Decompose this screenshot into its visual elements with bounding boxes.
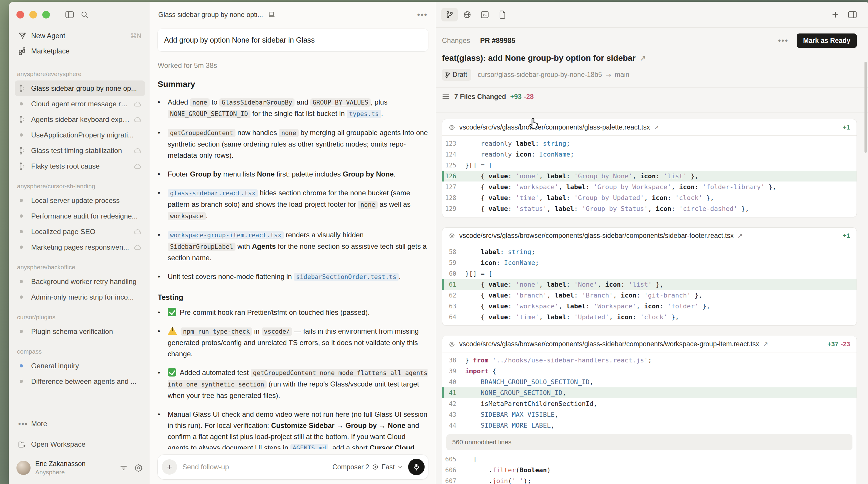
sidebar-agent-item[interactable]: Cloud agent error message re... bbox=[15, 96, 145, 112]
sidebar-agent-item[interactable]: Glass test timing stabilization bbox=[15, 143, 145, 158]
cloud-icon bbox=[134, 117, 142, 122]
sidebar-agent-item[interactable]: Localized page SEO bbox=[15, 224, 145, 239]
sidebar-group-label: anysphere/backoffice bbox=[17, 264, 143, 271]
app-window: New Agent ⌘N Marketplace anysphere/every… bbox=[9, 2, 868, 484]
user-prompt: Add group by option None for sidebar in … bbox=[158, 29, 428, 51]
inline-code: none bbox=[279, 129, 299, 137]
mark-as-ready-button[interactable]: Mark as Ready bbox=[797, 33, 857, 48]
file-icon[interactable] bbox=[494, 8, 510, 22]
file-header[interactable]: vscode/src/vs/glass/browser/components/g… bbox=[442, 336, 857, 353]
new-agent-button[interactable]: New Agent ⌘N bbox=[15, 28, 145, 43]
line-number: 38 bbox=[442, 357, 465, 364]
search-icon[interactable] bbox=[81, 10, 89, 19]
agent-title: General inquiry bbox=[31, 362, 142, 370]
inline-code: none bbox=[190, 98, 210, 107]
sidebar-agent-item[interactable]: Flaky tests root cause bbox=[15, 158, 145, 174]
marketplace-button[interactable]: Marketplace bbox=[15, 43, 145, 59]
bullet-marker: • bbox=[158, 367, 168, 401]
sidebar-agent-item[interactable]: Background worker retry handling bbox=[15, 274, 145, 289]
agent-status-dot bbox=[20, 280, 23, 283]
voice-input-button[interactable] bbox=[408, 459, 425, 475]
open-file-external-icon[interactable]: ↗ bbox=[737, 232, 742, 239]
thread-menu-button[interactable]: ••• bbox=[417, 10, 428, 20]
model-name: Composer 2 bbox=[332, 463, 369, 471]
close-window-button[interactable] bbox=[17, 11, 24, 19]
minimize-window-button[interactable] bbox=[29, 11, 37, 19]
sidebar-agent-item[interactable]: UseApplicationProperty migrati... bbox=[15, 127, 145, 143]
open-workspace-button[interactable]: Open Workspace bbox=[15, 436, 145, 452]
attach-plus-button[interactable]: + bbox=[162, 459, 177, 475]
diff-line: 38 } from '../hooks/use-sidebar-handlers… bbox=[442, 355, 857, 366]
pr-title: feat(glass): add None group-by option fo… bbox=[442, 54, 636, 63]
file-reference-chip[interactable]: sidebarSectionOrder.test.ts bbox=[294, 273, 399, 281]
more-button[interactable]: ••• More bbox=[15, 417, 145, 431]
unmodified-lines-bar[interactable]: 560 unmodified lines bbox=[446, 434, 852, 450]
open-workspace-label: Open Workspace bbox=[31, 440, 86, 449]
file-reference-chip[interactable]: workspace-group-item.react.tsx bbox=[168, 231, 284, 239]
file-reference-chip[interactable]: glass-sidebar.react.tsx bbox=[168, 189, 258, 198]
dot-icon bbox=[18, 199, 31, 202]
diff-line: 606 .filter(Boolean) bbox=[442, 464, 857, 476]
sidebar-agent-item[interactable]: General inquiry bbox=[15, 358, 145, 373]
folder-open-icon bbox=[18, 441, 31, 448]
agent-status-dot bbox=[20, 199, 23, 202]
filter-icon[interactable] bbox=[120, 464, 127, 472]
open-file-external-icon[interactable]: ↗ bbox=[763, 340, 768, 348]
git-branch-tab-icon[interactable] bbox=[441, 8, 458, 22]
pr-deletions: -28 bbox=[524, 93, 533, 101]
bullet-marker: • bbox=[158, 307, 168, 318]
diff-line: 125 }[] = [ bbox=[442, 160, 857, 171]
file-header[interactable]: vscode/src/vs/glass/browser/components/g… bbox=[442, 119, 857, 136]
diff-line: 126 { value: 'none', label: 'Group by No… bbox=[442, 171, 857, 181]
bullet-item: • Footer Group by menu lists None first;… bbox=[158, 169, 428, 180]
sidebar-group-label: compass bbox=[17, 348, 143, 355]
toggle-sidebar-icon[interactable] bbox=[65, 11, 74, 19]
diff-line: 61 { value: 'none', label: 'None', icon:… bbox=[442, 279, 857, 290]
file-header[interactable]: vscode/src/vs/glass/browser/components/g… bbox=[442, 228, 857, 244]
sidebar-agent-item[interactable]: Marketing pages responsiven... bbox=[15, 239, 145, 255]
sidebar-agent-item[interactable]: Agents sidebar keyboard expe... bbox=[15, 112, 145, 127]
tab-changes[interactable]: Changes bbox=[442, 36, 470, 44]
scrollbar-thumb[interactable] bbox=[865, 62, 867, 153]
file-path: vscode/src/vs/glass/browser/components/g… bbox=[459, 340, 759, 348]
new-tab-plus-icon[interactable] bbox=[832, 11, 839, 19]
bullet-marker: • bbox=[158, 230, 168, 264]
terminal-icon[interactable] bbox=[476, 8, 493, 22]
sidebar-agent-item[interactable]: Local server update process bbox=[15, 193, 145, 208]
file-reference-chip[interactable]: AGENTS.md bbox=[290, 444, 329, 449]
dot-icon bbox=[18, 296, 31, 299]
agent-title: Cloud agent error message re... bbox=[31, 100, 130, 108]
settings-gear-icon[interactable] bbox=[134, 464, 143, 472]
file-additions: +37 bbox=[828, 340, 838, 348]
agent-title: Glass sidebar group by none op... bbox=[31, 84, 142, 92]
line-number: 129 bbox=[442, 205, 465, 212]
followup-input[interactable]: Send follow-up bbox=[182, 463, 332, 471]
zoom-window-button[interactable] bbox=[42, 11, 50, 19]
model-selector[interactable]: Composer 2 Fast bbox=[332, 463, 403, 471]
sidebar-agent-item[interactable]: Plugin schema verification bbox=[15, 324, 145, 339]
open-file-external-icon[interactable]: ↗ bbox=[653, 124, 659, 131]
dot-icon bbox=[18, 102, 31, 105]
external-link-icon[interactable]: ↗ bbox=[640, 54, 646, 63]
globe-icon[interactable] bbox=[459, 8, 475, 22]
pr-menu-button[interactable]: ••• bbox=[778, 36, 788, 45]
cloud-icon bbox=[134, 101, 142, 107]
sidebar-agent-item[interactable]: Glass sidebar group by none op... bbox=[15, 81, 145, 96]
files-changed-row[interactable]: 7 Files Changed +93 -28 bbox=[442, 88, 857, 106]
inline-code: NONE_GROUP_SECTION_ID bbox=[168, 110, 250, 118]
tab-pr[interactable]: PR #89985 bbox=[480, 36, 515, 44]
composer[interactable]: + Send follow-up Composer 2 Fast bbox=[158, 455, 428, 479]
dot-icon bbox=[18, 214, 31, 218]
user-account-row[interactable]: Eric Zakariasson Anysphere bbox=[15, 452, 145, 484]
sidebar-agent-item[interactable]: Difference between agents and ... bbox=[15, 373, 145, 389]
file-type-icon bbox=[449, 341, 455, 347]
model-speed: Fast bbox=[381, 463, 395, 471]
agent-title: Admin-only metric strip for inco... bbox=[31, 293, 142, 301]
branch-icon bbox=[18, 146, 31, 155]
layout-panel-icon[interactable] bbox=[848, 11, 857, 19]
sidebar-agent-item[interactable]: Admin-only metric strip for inco... bbox=[15, 289, 145, 305]
sidebar-group-label: anysphere/cursor-sh-landing bbox=[17, 183, 143, 190]
file-reference-chip[interactable]: types.ts bbox=[347, 110, 381, 118]
sidebar-agent-item[interactable]: Performance audit for redesigne... bbox=[15, 208, 145, 224]
line-number: 123 bbox=[442, 140, 465, 147]
